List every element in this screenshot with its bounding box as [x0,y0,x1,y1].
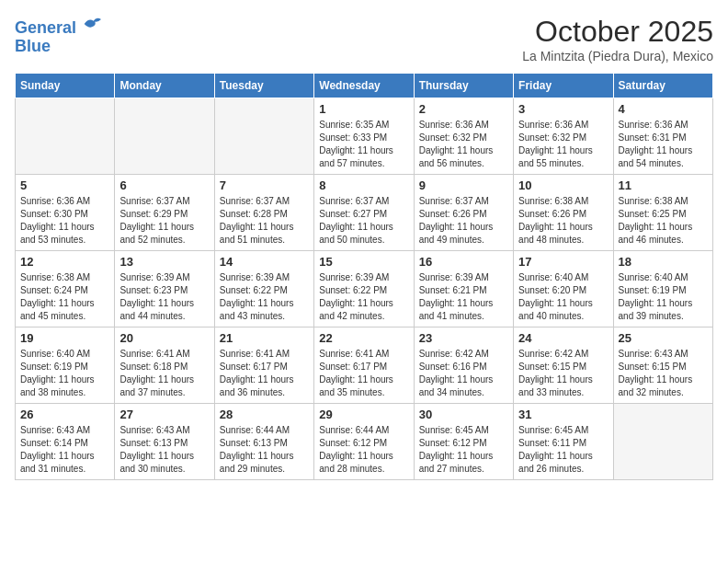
weekday-header-friday: Friday [514,74,613,98]
calendar-cell: 3Sunrise: 6:36 AM Sunset: 6:32 PM Daylig… [514,98,613,175]
calendar-week-row: 19Sunrise: 6:40 AM Sunset: 6:19 PM Dayli… [16,327,713,404]
calendar-cell: 30Sunrise: 6:45 AM Sunset: 6:12 PM Dayli… [414,404,513,480]
calendar-cell [16,98,115,175]
day-info: Sunrise: 6:45 AM Sunset: 6:11 PM Dayligh… [518,424,608,476]
day-info: Sunrise: 6:36 AM Sunset: 6:31 PM Dayligh… [619,119,708,170]
calendar-cell [115,98,214,175]
day-info: Sunrise: 6:38 AM Sunset: 6:26 PM Dayligh… [518,195,608,247]
day-info: Sunrise: 6:40 AM Sunset: 6:20 PM Dayligh… [518,271,608,323]
title-block: October 2025 La Mintzita (Piedra Dura), … [522,15,713,63]
weekday-header-tuesday: Tuesday [214,74,313,98]
day-number: 31 [518,408,608,421]
calendar-cell: 25Sunrise: 6:43 AM Sunset: 6:15 PM Dayli… [613,327,712,404]
day-number: 10 [518,178,608,192]
day-number: 26 [20,408,109,421]
calendar-cell: 20Sunrise: 6:41 AM Sunset: 6:18 PM Dayli… [115,327,214,404]
calendar-cell: 11Sunrise: 6:38 AM Sunset: 6:25 PM Dayli… [613,175,712,251]
calendar-cell: 23Sunrise: 6:42 AM Sunset: 6:16 PM Dayli… [414,327,513,404]
calendar-cell: 12Sunrise: 6:38 AM Sunset: 6:24 PM Dayli… [16,251,115,327]
logo: General Blue [15,15,101,56]
calendar-cell: 21Sunrise: 6:41 AM Sunset: 6:17 PM Dayli… [214,327,313,404]
day-info: Sunrise: 6:42 AM Sunset: 6:15 PM Dayligh… [518,348,608,399]
day-number: 9 [419,178,508,192]
day-number: 2 [419,102,508,116]
day-number: 20 [119,331,209,345]
calendar-table: SundayMondayTuesdayWednesdayThursdayFrid… [15,73,713,480]
calendar-cell: 26Sunrise: 6:43 AM Sunset: 6:14 PM Dayli… [16,404,115,480]
day-number: 21 [220,331,309,345]
calendar-week-row: 1Sunrise: 6:35 AM Sunset: 6:33 PM Daylig… [16,98,713,175]
calendar-cell: 6Sunrise: 6:37 AM Sunset: 6:29 PM Daylig… [115,175,214,251]
day-info: Sunrise: 6:41 AM Sunset: 6:17 PM Dayligh… [220,348,309,399]
day-info: Sunrise: 6:40 AM Sunset: 6:19 PM Dayligh… [20,348,109,399]
month-title: October 2025 [522,15,713,49]
calendar-cell: 8Sunrise: 6:37 AM Sunset: 6:27 PM Daylig… [314,175,414,251]
day-number: 30 [419,408,508,421]
weekday-header-thursday: Thursday [414,74,513,98]
calendar-cell: 22Sunrise: 6:41 AM Sunset: 6:17 PM Dayli… [314,327,414,404]
day-info: Sunrise: 6:38 AM Sunset: 6:25 PM Dayligh… [619,195,708,247]
day-info: Sunrise: 6:37 AM Sunset: 6:26 PM Dayligh… [419,195,508,247]
calendar-cell: 31Sunrise: 6:45 AM Sunset: 6:11 PM Dayli… [514,404,613,480]
calendar-cell: 29Sunrise: 6:44 AM Sunset: 6:12 PM Dayli… [314,404,414,480]
location-text: La Mintzita (Piedra Dura), Mexico [522,49,713,63]
day-info: Sunrise: 6:44 AM Sunset: 6:13 PM Dayligh… [220,424,309,476]
logo-line1: General [15,18,76,37]
day-number: 29 [319,408,408,421]
calendar-cell: 27Sunrise: 6:43 AM Sunset: 6:13 PM Dayli… [115,404,214,480]
calendar-cell: 24Sunrise: 6:42 AM Sunset: 6:15 PM Dayli… [514,327,613,404]
calendar-cell: 2Sunrise: 6:36 AM Sunset: 6:32 PM Daylig… [414,98,513,175]
day-number: 5 [20,178,109,192]
day-number: 7 [220,178,309,192]
day-number: 4 [619,102,708,116]
day-info: Sunrise: 6:39 AM Sunset: 6:21 PM Dayligh… [419,271,508,323]
calendar-cell: 1Sunrise: 6:35 AM Sunset: 6:33 PM Daylig… [314,98,414,175]
calendar-week-row: 12Sunrise: 6:38 AM Sunset: 6:24 PM Dayli… [16,251,713,327]
day-number: 28 [220,408,309,421]
calendar-cell: 5Sunrise: 6:36 AM Sunset: 6:30 PM Daylig… [16,175,115,251]
day-info: Sunrise: 6:40 AM Sunset: 6:19 PM Dayligh… [619,271,708,323]
calendar-cell: 15Sunrise: 6:39 AM Sunset: 6:22 PM Dayli… [314,251,414,327]
day-number: 19 [20,331,109,345]
day-number: 6 [119,178,209,192]
day-info: Sunrise: 6:42 AM Sunset: 6:16 PM Dayligh… [419,348,508,399]
calendar-cell: 16Sunrise: 6:39 AM Sunset: 6:21 PM Dayli… [414,251,513,327]
day-info: Sunrise: 6:45 AM Sunset: 6:12 PM Dayligh… [419,424,508,476]
day-number: 13 [119,255,209,269]
day-number: 15 [319,255,408,269]
day-number: 27 [119,408,209,421]
day-info: Sunrise: 6:39 AM Sunset: 6:22 PM Dayligh… [319,271,408,323]
day-info: Sunrise: 6:37 AM Sunset: 6:29 PM Dayligh… [119,195,209,247]
day-info: Sunrise: 6:41 AM Sunset: 6:17 PM Dayligh… [319,348,408,399]
logo-line2: Blue [15,38,101,56]
day-number: 22 [319,331,408,345]
day-info: Sunrise: 6:37 AM Sunset: 6:27 PM Dayligh… [319,195,408,247]
day-info: Sunrise: 6:36 AM Sunset: 6:32 PM Dayligh… [518,119,608,170]
calendar-cell: 14Sunrise: 6:39 AM Sunset: 6:22 PM Dayli… [214,251,313,327]
day-info: Sunrise: 6:36 AM Sunset: 6:32 PM Dayligh… [419,119,508,170]
day-number: 17 [518,255,608,269]
calendar-cell: 7Sunrise: 6:37 AM Sunset: 6:28 PM Daylig… [214,175,313,251]
day-number: 3 [518,102,608,116]
calendar-week-row: 5Sunrise: 6:36 AM Sunset: 6:30 PM Daylig… [16,175,713,251]
day-number: 25 [619,331,708,345]
day-info: Sunrise: 6:37 AM Sunset: 6:28 PM Dayligh… [220,195,309,247]
calendar-cell: 9Sunrise: 6:37 AM Sunset: 6:26 PM Daylig… [414,175,513,251]
calendar-cell: 10Sunrise: 6:38 AM Sunset: 6:26 PM Dayli… [514,175,613,251]
calendar-cell: 28Sunrise: 6:44 AM Sunset: 6:13 PM Dayli… [214,404,313,480]
page-header: General Blue October 2025 La Mintzita (P… [15,15,713,63]
day-info: Sunrise: 6:43 AM Sunset: 6:15 PM Dayligh… [619,348,708,399]
day-info: Sunrise: 6:43 AM Sunset: 6:13 PM Dayligh… [119,424,209,476]
day-number: 1 [319,102,408,116]
calendar-cell: 4Sunrise: 6:36 AM Sunset: 6:31 PM Daylig… [613,98,712,175]
day-info: Sunrise: 6:39 AM Sunset: 6:23 PM Dayligh… [119,271,209,323]
calendar-header-row: SundayMondayTuesdayWednesdayThursdayFrid… [16,74,713,98]
day-info: Sunrise: 6:36 AM Sunset: 6:30 PM Dayligh… [20,195,109,247]
calendar-cell: 13Sunrise: 6:39 AM Sunset: 6:23 PM Dayli… [115,251,214,327]
day-number: 11 [619,178,708,192]
day-info: Sunrise: 6:41 AM Sunset: 6:18 PM Dayligh… [119,348,209,399]
weekday-header-saturday: Saturday [613,74,712,98]
day-number: 24 [518,331,608,345]
day-number: 14 [220,255,309,269]
calendar-cell: 17Sunrise: 6:40 AM Sunset: 6:20 PM Dayli… [514,251,613,327]
